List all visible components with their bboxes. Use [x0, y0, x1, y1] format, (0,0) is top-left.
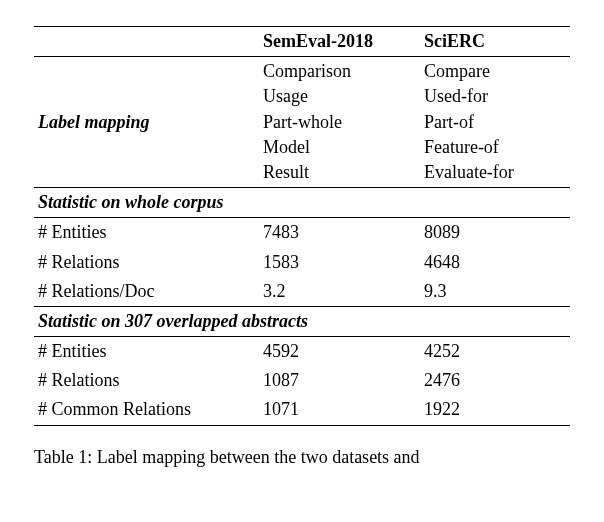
section-whole-header: Statistic on whole corpus [34, 188, 570, 218]
table-row: # Entities 7483 8089 [34, 218, 570, 248]
label-mapping-semeval: Comparison Usage Part-whole Model Result [259, 57, 420, 188]
mapping-item: Feature-of [424, 135, 566, 160]
page-container: SemEval-2018 SciERC Label mapping Compar… [0, 0, 604, 522]
mapping-item: Part-of [424, 110, 566, 135]
table-row: # Relations/Doc 3.2 9.3 [34, 277, 570, 307]
label-mapping-row: Label mapping Comparison Usage Part-whol… [34, 57, 570, 188]
metric-label: # Relations [34, 248, 259, 277]
header-blank [34, 27, 259, 57]
metric-v2: 8089 [420, 218, 570, 248]
metric-v2: 2476 [420, 366, 570, 395]
table-row: # Relations 1087 2476 [34, 366, 570, 395]
metric-v2: 1922 [420, 395, 570, 425]
label-mapping-scierc: Compare Used-for Part-of Feature-of Eval… [420, 57, 570, 188]
section-overlap-header: Statistic on 307 overlapped abstracts [34, 306, 570, 336]
mapping-item: Model [263, 135, 416, 160]
table-caption: Table 1: Label mapping between the two d… [34, 444, 570, 470]
table-row: # Common Relations 1071 1922 [34, 395, 570, 425]
header-row: SemEval-2018 SciERC [34, 27, 570, 57]
metric-v1: 1071 [259, 395, 420, 425]
metric-v1: 1583 [259, 248, 420, 277]
metric-v1: 3.2 [259, 277, 420, 307]
metric-label: # Common Relations [34, 395, 259, 425]
mapping-item: Compare [424, 59, 566, 84]
mapping-item: Evaluate-for [424, 160, 566, 185]
metric-v1: 1087 [259, 366, 420, 395]
metric-label: # Entities [34, 218, 259, 248]
mapping-item: Comparison [263, 59, 416, 84]
table-row: # Relations 1583 4648 [34, 248, 570, 277]
header-col-semeval: SemEval-2018 [259, 27, 420, 57]
metric-label: # Entities [34, 337, 259, 367]
metric-v2: 4252 [420, 337, 570, 367]
mapping-item: Usage [263, 84, 416, 109]
section-title: Statistic on 307 overlapped abstracts [34, 306, 570, 336]
label-mapping-title: Label mapping [34, 57, 259, 188]
section-title: Statistic on whole corpus [34, 188, 570, 218]
mapping-item: Used-for [424, 84, 566, 109]
data-table: SemEval-2018 SciERC Label mapping Compar… [34, 26, 570, 426]
table-row: # Entities 4592 4252 [34, 337, 570, 367]
metric-v1: 4592 [259, 337, 420, 367]
metric-v2: 4648 [420, 248, 570, 277]
header-col-scierc: SciERC [420, 27, 570, 57]
metric-v1: 7483 [259, 218, 420, 248]
metric-label: # Relations/Doc [34, 277, 259, 307]
metric-label: # Relations [34, 366, 259, 395]
mapping-item: Part-whole [263, 110, 416, 135]
metric-v2: 9.3 [420, 277, 570, 307]
mapping-item: Result [263, 160, 416, 185]
